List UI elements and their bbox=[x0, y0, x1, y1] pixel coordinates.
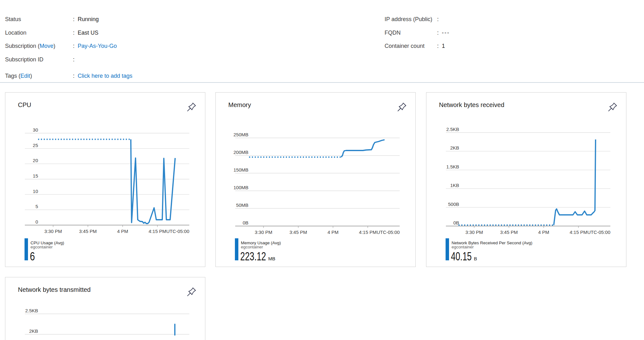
svg-text:40.15: 40.15 bbox=[451, 250, 472, 263]
svg-text:2.5KB: 2.5KB bbox=[446, 127, 459, 132]
svg-text:3:30 PM: 3:30 PM bbox=[255, 230, 272, 235]
svg-text:100MB: 100MB bbox=[233, 185, 248, 190]
svg-text:15: 15 bbox=[33, 173, 38, 178]
svg-text:3:45 PM: 3:45 PM bbox=[79, 229, 97, 234]
svg-text:223.12: 223.12 bbox=[240, 250, 266, 263]
svg-text:0B: 0B bbox=[243, 220, 248, 225]
svg-text:4:15 PM: 4:15 PM bbox=[149, 229, 166, 234]
svg-text:4:15 PM: 4:15 PM bbox=[359, 230, 377, 235]
svg-text:4 PM: 4 PM bbox=[117, 229, 128, 234]
svg-text:4 PM: 4 PM bbox=[538, 230, 549, 235]
svg-text:3:30 PM: 3:30 PM bbox=[44, 229, 62, 234]
svg-text:B: B bbox=[474, 256, 477, 261]
svg-text:4 PM: 4 PM bbox=[327, 230, 338, 235]
svg-text:6: 6 bbox=[30, 250, 35, 263]
svg-text:3:45 PM: 3:45 PM bbox=[500, 230, 518, 235]
svg-text:25: 25 bbox=[33, 143, 38, 148]
svg-text:1KB: 1KB bbox=[450, 183, 459, 188]
svg-text:20: 20 bbox=[33, 158, 38, 163]
svg-text:UTC-05:00: UTC-05:00 bbox=[587, 230, 610, 235]
svg-text:250MB: 250MB bbox=[233, 132, 248, 137]
svg-text:3:30 PM: 3:30 PM bbox=[465, 230, 483, 235]
svg-text:150MB: 150MB bbox=[233, 167, 248, 173]
svg-text:0: 0 bbox=[36, 219, 38, 224]
svg-text:2KB: 2KB bbox=[450, 145, 459, 150]
svg-text:2KB: 2KB bbox=[29, 328, 38, 334]
svg-text:500B: 500B bbox=[448, 201, 459, 207]
svg-text:0B: 0B bbox=[453, 220, 459, 225]
svg-text:50MB: 50MB bbox=[236, 202, 248, 208]
svg-text:2.5KB: 2.5KB bbox=[25, 308, 38, 313]
svg-text:1.5KB: 1.5KB bbox=[446, 164, 459, 169]
svg-text:UTC-05:00: UTC-05:00 bbox=[166, 229, 189, 234]
svg-text:MB: MB bbox=[268, 256, 275, 261]
svg-text:200MB: 200MB bbox=[233, 150, 248, 155]
svg-text:4:15 PM: 4:15 PM bbox=[570, 230, 587, 235]
svg-text:3:45 PM: 3:45 PM bbox=[290, 230, 307, 235]
svg-text:30: 30 bbox=[33, 127, 38, 133]
svg-text:10: 10 bbox=[33, 189, 38, 194]
svg-text:UTC-05:00: UTC-05:00 bbox=[377, 230, 400, 235]
svg-text:5: 5 bbox=[36, 204, 38, 209]
